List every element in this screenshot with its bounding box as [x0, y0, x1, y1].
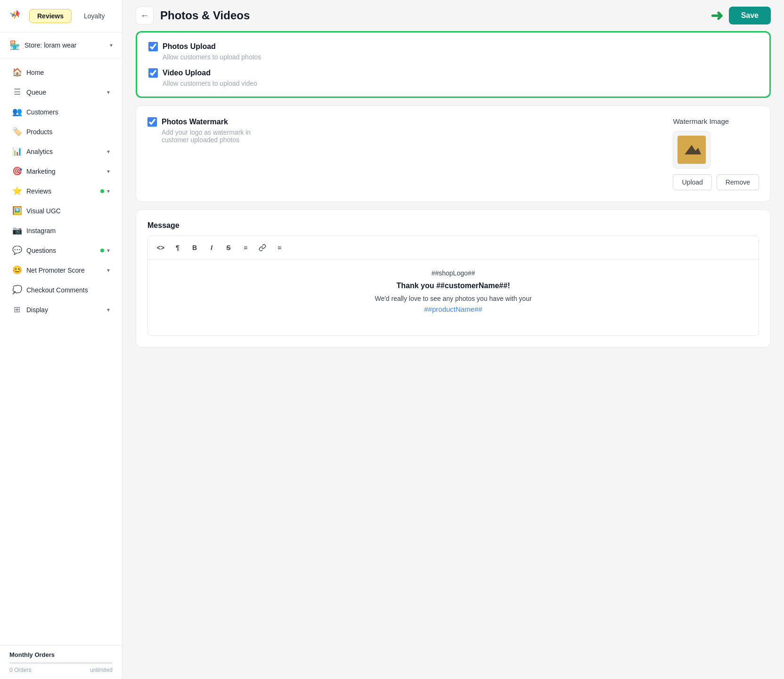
video-upload-option: Video Upload Allow customers to upload v… — [148, 68, 758, 87]
upload-options-card: Photos Upload Allow customers to upload … — [136, 31, 771, 98]
orders-min-label: 0 Orders — [9, 667, 32, 673]
watermark-left: Photos Watermark Add your logo as waterm… — [147, 117, 654, 190]
toolbar-code-button[interactable]: <> — [153, 240, 169, 256]
sidebar-item-checkout[interactable]: 💭 Checkout Comments — [3, 280, 119, 299]
questions-active-dot — [100, 249, 104, 252]
store-selector-left: 🏪 Store: loram wear — [9, 40, 76, 50]
nav-marketing-label: Marketing — [26, 168, 55, 175]
editor-shop-logo: ##shopLogo## — [157, 269, 749, 277]
sidebar-item-nps[interactable]: 😊 Net Promoter Score ▾ — [3, 260, 119, 280]
sidebar-item-products[interactable]: 🏷️ Products — [3, 122, 119, 141]
sidebar-top: Reviews Loyalty — [0, 0, 122, 32]
nav-questions-label: Questions — [26, 247, 56, 254]
nav-analytics-label: Analytics — [26, 148, 53, 155]
toolbar-align-button[interactable]: ≡ — [271, 240, 287, 256]
store-label: Store: loram wear — [24, 41, 76, 49]
nav-visual-ugc-label: Visual UGC — [26, 207, 61, 215]
questions-icon: 💬 — [12, 245, 22, 255]
reviews-icon: ⭐ — [12, 186, 22, 196]
checkout-icon: 💭 — [12, 285, 22, 295]
video-upload-label: Video Upload — [163, 69, 211, 77]
watermark-buttons: Upload Remove — [673, 174, 759, 190]
nav-reviews-label: Reviews — [26, 187, 51, 195]
nps-icon: 😊 — [12, 265, 22, 275]
questions-chevron-icon: ▾ — [107, 247, 110, 254]
watermark-checkbox[interactable] — [147, 117, 157, 127]
photos-upload-desc: Allow customers to upload photos — [163, 53, 758, 61]
app-logo — [8, 7, 24, 25]
sidebar: Reviews Loyalty 🏪 Store: loram wear ▾ 🏠 … — [0, 0, 122, 679]
nps-chevron-icon: ▾ — [107, 267, 110, 274]
tab-loyalty-button[interactable]: Loyalty — [76, 9, 112, 23]
editor-toolbar: <> ¶ B I S ≡ ≡ — [148, 236, 759, 260]
monthly-orders-progress — [9, 662, 113, 664]
photos-upload-label: Photos Upload — [163, 42, 216, 51]
page-title: Photos & Videos — [160, 9, 250, 22]
toolbar-strikethrough-button[interactable]: S — [220, 240, 237, 256]
reviews-chevron-icon: ▾ — [107, 188, 110, 194]
reviews-active-dot — [100, 189, 104, 193]
nav-display-label: Display — [26, 306, 48, 314]
marketing-icon: 🎯 — [12, 166, 22, 176]
watermark-image-label: Watermark Image — [673, 117, 729, 125]
orders-max-label: unlimited — [90, 667, 113, 673]
watermark-desc: Add your logo as watermark in customer u… — [162, 129, 654, 144]
watermark-right: Watermark Image Upload Remove — [673, 117, 759, 190]
main-header: ← Photos & Videos ➜ Save — [122, 0, 784, 31]
arrow-indicator: ➜ — [710, 7, 723, 24]
sidebar-nav: 🏠 Home ☰ Queue ▾ 👥 Customers 🏷️ Products — [0, 58, 122, 645]
store-selector[interactable]: 🏪 Store: loram wear ▾ — [0, 32, 122, 58]
watermark-card: Photos Watermark Add your logo as waterm… — [136, 105, 771, 202]
message-editor: <> ¶ B I S ≡ ≡ ##shopLogo## — [147, 235, 759, 336]
sidebar-item-instagram[interactable]: 📷 Instagram — [3, 221, 119, 240]
products-icon: 🏷️ — [12, 127, 22, 137]
nav-nps-label: Net Promoter Score — [26, 267, 85, 274]
editor-product-link: ##productName## — [157, 305, 749, 313]
monthly-orders-label: Monthly Orders — [9, 651, 113, 658]
sidebar-item-marketing[interactable]: 🎯 Marketing ▾ — [3, 162, 119, 181]
nav-checkout-label: Checkout Comments — [26, 286, 88, 294]
sidebar-item-questions[interactable]: 💬 Questions ▾ — [3, 241, 119, 260]
customers-icon: 👥 — [12, 107, 22, 117]
analytics-icon: 📊 — [12, 146, 22, 156]
toolbar-bold-button[interactable]: B — [187, 240, 203, 256]
remove-button[interactable]: Remove — [717, 174, 759, 190]
toolbar-list-button[interactable]: ≡ — [237, 240, 253, 256]
marketing-chevron-icon: ▾ — [107, 168, 110, 175]
sidebar-item-customers[interactable]: 👥 Customers — [3, 102, 119, 121]
save-button[interactable]: Save — [729, 7, 771, 24]
toolbar-italic-button[interactable]: I — [204, 240, 220, 256]
sidebar-item-analytics[interactable]: 📊 Analytics ▾ — [3, 142, 119, 161]
upload-button[interactable]: Upload — [673, 174, 711, 190]
display-icon: ⊞ — [12, 305, 22, 315]
photos-upload-option: Photos Upload Allow customers to upload … — [148, 42, 758, 61]
sidebar-item-queue[interactable]: ☰ Queue ▾ — [3, 82, 119, 102]
editor-body-text: We'd really love to see any photos you h… — [157, 295, 749, 302]
back-button[interactable]: ← — [136, 7, 154, 24]
main-area: ← Photos & Videos ➜ Save Photos Upload A… — [122, 0, 784, 679]
analytics-chevron-icon: ▾ — [107, 148, 110, 155]
watermark-thumbnail — [673, 131, 710, 169]
editor-body[interactable]: ##shopLogo## Thank you ##customerName##!… — [148, 260, 759, 335]
sidebar-bottom: Monthly Orders 0 Orders unlimited — [0, 645, 122, 679]
main-content: Photos Upload Allow customers to upload … — [122, 31, 784, 361]
message-card: Message <> ¶ B I S ≡ ≡ — [136, 210, 771, 348]
sidebar-item-visual-ugc[interactable]: 🖼️ Visual UGC — [3, 201, 119, 220]
queue-chevron-icon: ▾ — [107, 89, 110, 96]
store-chevron-icon: ▾ — [110, 42, 113, 48]
message-section-label: Message — [147, 221, 759, 230]
tab-reviews-button[interactable]: Reviews — [29, 9, 72, 23]
toolbar-link-button[interactable] — [254, 240, 270, 256]
photos-upload-checkbox[interactable] — [148, 42, 158, 51]
toolbar-paragraph-button[interactable]: ¶ — [170, 240, 186, 256]
video-upload-desc: Allow customers to upload video — [163, 80, 758, 87]
sidebar-item-home[interactable]: 🏠 Home — [3, 63, 119, 82]
video-upload-checkbox[interactable] — [148, 68, 158, 78]
nav-products-label: Products — [26, 128, 52, 136]
watermark-label: Photos Watermark — [162, 118, 228, 126]
visual-ugc-icon: 🖼️ — [12, 206, 22, 216]
sidebar-item-reviews[interactable]: ⭐ Reviews ▾ — [3, 181, 119, 201]
sidebar-item-display[interactable]: ⊞ Display ▾ — [3, 300, 119, 319]
progress-labels: 0 Orders unlimited — [9, 667, 113, 673]
queue-icon: ☰ — [12, 87, 22, 97]
